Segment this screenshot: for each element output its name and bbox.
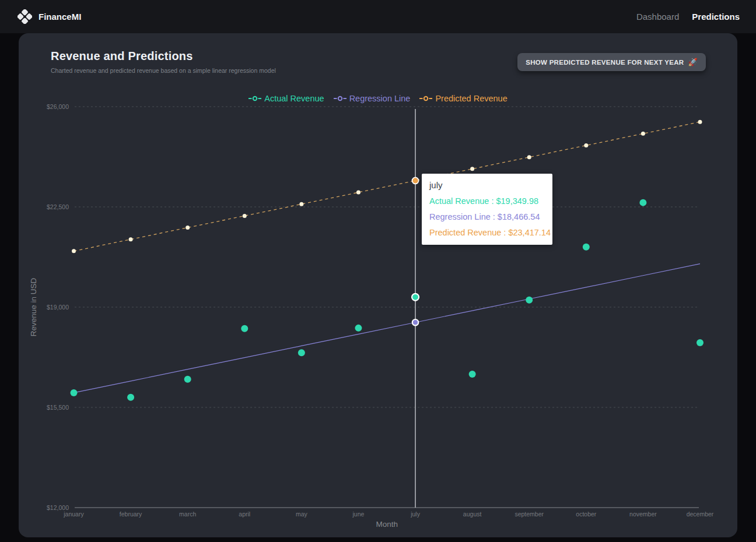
y-tick-label: $22,500: [47, 203, 69, 210]
predictions-card: Revenue and Predictions Charted revenue …: [19, 33, 737, 537]
actual-dot[interactable]: [71, 389, 78, 396]
tooltip-row: Regression Line : $18,466.54: [429, 212, 545, 221]
nav-links: DashboardPredictions: [636, 12, 740, 22]
predicted-dot[interactable]: [584, 143, 588, 147]
actual-dot[interactable]: [469, 371, 476, 378]
y-tick-label: $12,000: [47, 504, 69, 511]
regression-dot-active[interactable]: [412, 319, 418, 325]
tooltip-row: Predicted Revenue : $23,417.14: [429, 228, 545, 237]
predicted-dot[interactable]: [356, 191, 360, 195]
nav-link-dashboard[interactable]: Dashboard: [636, 12, 679, 22]
x-tick-label: december: [687, 511, 714, 518]
top-nav: FinanceMI DashboardPredictions: [0, 0, 756, 33]
predicted-line[interactable]: [74, 122, 701, 251]
regression-line[interactable]: [74, 264, 701, 393]
x-tick-label: october: [576, 511, 597, 518]
predicted-dot[interactable]: [186, 226, 190, 230]
x-tick-label: february: [120, 511, 142, 518]
tooltip-rows: Actual Revenue : $19,349.98Regression Li…: [429, 196, 545, 237]
y-tick-label: $19,000: [47, 304, 69, 311]
x-tick-label: july: [410, 511, 421, 518]
actual-dot[interactable]: [696, 339, 704, 346]
predicted-dot[interactable]: [470, 167, 474, 171]
actual-dot[interactable]: [583, 244, 590, 251]
x-axis-title: Month: [376, 520, 398, 529]
tooltip-title: july: [429, 180, 545, 190]
actual-dot[interactable]: [355, 325, 362, 332]
x-tick-label: june: [352, 511, 365, 518]
x-tick-label: august: [463, 511, 482, 518]
predicted-dot[interactable]: [129, 237, 133, 241]
chart-tooltip: july Actual Revenue : $19,349.98Regressi…: [422, 174, 552, 245]
y-tick-label: $15,500: [47, 404, 69, 411]
actual-dot[interactable]: [241, 325, 248, 332]
brand-logo-icon: [18, 9, 32, 24]
x-tick-label: september: [514, 511, 544, 518]
actual-dot[interactable]: [184, 376, 191, 383]
predicted-dot[interactable]: [698, 120, 702, 124]
actual-dot-active[interactable]: [412, 294, 419, 301]
actual-dot[interactable]: [526, 297, 533, 304]
predicted-dot[interactable]: [72, 249, 76, 253]
y-axis-title: Revenue in USD: [29, 277, 38, 336]
x-tick-label: january: [63, 511, 84, 518]
chart-svg[interactable]: $26,000$22,500$19,000$15,500$12,000janua…: [19, 33, 737, 537]
actual-dot[interactable]: [298, 349, 305, 356]
x-tick-label: may: [296, 511, 308, 518]
brand-name: FinanceMI: [38, 12, 81, 22]
x-tick-label: november: [629, 511, 657, 518]
actual-dot[interactable]: [639, 199, 646, 206]
predicted-dot[interactable]: [243, 214, 247, 218]
brand[interactable]: FinanceMI: [18, 9, 81, 24]
tooltip-row: Actual Revenue : $19,349.98: [429, 196, 545, 206]
y-tick-label: $26,000: [47, 103, 69, 110]
predicted-dot-active[interactable]: [412, 177, 419, 184]
nav-link-predictions[interactable]: Predictions: [692, 12, 740, 22]
actual-dot[interactable]: [127, 394, 134, 401]
predicted-dot[interactable]: [527, 155, 531, 159]
predicted-dot[interactable]: [641, 132, 645, 136]
predicted-dot[interactable]: [299, 202, 303, 206]
x-tick-label: march: [179, 511, 196, 518]
x-tick-label: april: [239, 511, 250, 518]
